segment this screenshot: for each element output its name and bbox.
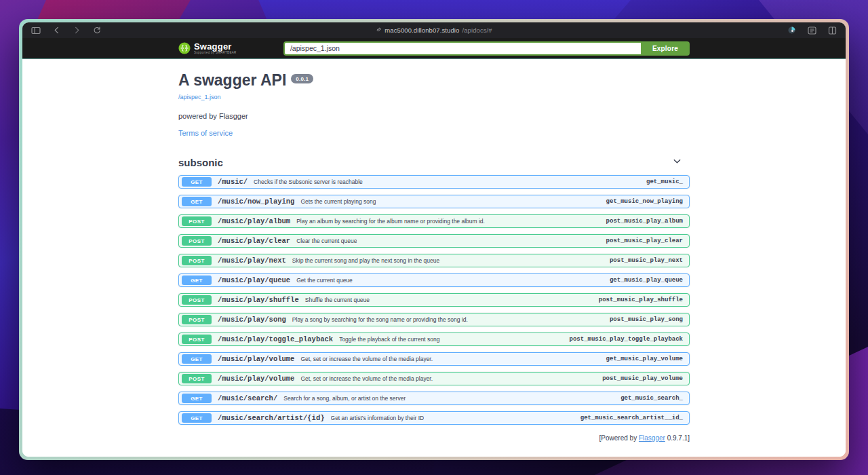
endpoint-path: /music/play/toggle_playback bbox=[218, 335, 333, 343]
endpoint-row[interactable]: POST /music/play/toggle_playback Toggle … bbox=[178, 332, 690, 346]
endpoint-description: Clear the current queue bbox=[296, 238, 357, 244]
method-badge: POST bbox=[182, 335, 212, 344]
url-path: /apidocs/# bbox=[462, 26, 492, 34]
endpoint-row[interactable]: GET /music/now_playing Gets the current … bbox=[178, 195, 690, 208]
spec-url-input[interactable] bbox=[283, 41, 641, 56]
method-badge: GET bbox=[182, 276, 212, 285]
link-icon bbox=[376, 26, 382, 34]
operation-id: post_music_play_clear bbox=[606, 238, 683, 244]
address-bar[interactable]: mac5000.dillonb07.studio/apidocs/# bbox=[376, 22, 492, 38]
tab-overview-button[interactable] bbox=[827, 25, 837, 36]
endpoint-description: Shuffle the current queue bbox=[305, 297, 370, 303]
endpoint-description: Search for a song, album, or artist on t… bbox=[283, 395, 406, 402]
reload-button[interactable] bbox=[92, 25, 102, 36]
explore-button[interactable]: Explore bbox=[641, 41, 690, 56]
operation-id: get_music_now_playing bbox=[606, 198, 683, 205]
endpoint-description: Get the current queue bbox=[296, 277, 353, 284]
endpoint-row[interactable]: POST /music/play/clear Clear the current… bbox=[178, 234, 690, 248]
method-badge: GET bbox=[182, 197, 212, 206]
method-badge: GET bbox=[182, 394, 212, 403]
version-badge: 0.0.1 bbox=[291, 74, 313, 83]
forward-button[interactable] bbox=[71, 25, 82, 36]
method-badge: POST bbox=[182, 256, 212, 265]
forward-icon bbox=[73, 26, 81, 34]
endpoint-path: /music/play/volume bbox=[218, 375, 294, 383]
reader-view-button[interactable] bbox=[806, 25, 817, 36]
desktop-wallpaper: mac5000.dillonb07.studio/apidocs/# bbox=[0, 0, 868, 475]
endpoint-path: /music/play/queue bbox=[218, 276, 290, 284]
operation-id: get_music_play_volume bbox=[606, 356, 683, 362]
endpoint-path: /music/play/song bbox=[218, 316, 286, 324]
sidebar-icon bbox=[31, 26, 41, 35]
swagger-topbar: Swagger Supported by SMARTBEAR Explore bbox=[22, 38, 846, 59]
page-footer: [Powered by Flasgger 0.9.7.1] bbox=[178, 434, 690, 442]
endpoint-row[interactable]: POST /music/play/album Play an album by … bbox=[178, 214, 690, 228]
tab-overview-icon bbox=[828, 26, 837, 35]
swagger-logo: Swagger Supported by SMARTBEAR bbox=[178, 42, 237, 55]
spec-json-link[interactable]: /apispec_1.json bbox=[178, 94, 221, 100]
endpoint-list: GET /music/ Checks if the Subsonic serve… bbox=[178, 175, 690, 425]
endpoint-row[interactable]: POST /music/play/next Skip the current s… bbox=[178, 254, 690, 267]
method-badge: GET bbox=[182, 413, 212, 423]
footer-prefix: [Powered by bbox=[599, 434, 639, 442]
back-icon bbox=[53, 26, 60, 34]
back-button[interactable] bbox=[51, 25, 62, 36]
extension-button[interactable] bbox=[786, 25, 797, 36]
extension-icon bbox=[787, 26, 796, 35]
endpoint-path: /music/play/volume bbox=[218, 355, 294, 363]
browser-window: mac5000.dillonb07.studio/apidocs/# bbox=[19, 19, 849, 460]
page-title: A swagger API bbox=[178, 71, 286, 90]
operation-id: post_music_play_toggle_playback bbox=[570, 336, 683, 343]
endpoint-description: Get an artist's information by their ID bbox=[331, 415, 425, 421]
section-collapse-button[interactable] bbox=[673, 156, 682, 168]
operation-id: get_music_search_artist__id_ bbox=[580, 415, 683, 421]
endpoint-row[interactable]: GET /music/search/artist/{id} Get an art… bbox=[178, 411, 690, 425]
endpoint-description: Checks if the Subsonic server is reachab… bbox=[254, 178, 363, 185]
swagger-logo-subtext: Supported by SMARTBEAR bbox=[194, 52, 237, 55]
endpoint-row[interactable]: POST /music/play/shuffle Shuffle the cur… bbox=[178, 293, 690, 307]
method-badge: POST bbox=[182, 315, 212, 324]
reader-view-icon bbox=[808, 26, 816, 35]
operation-id: post_music_play_next bbox=[610, 257, 683, 264]
api-info-block: A swagger API 0.0.1 /apispec_1.json powe… bbox=[178, 71, 690, 138]
operation-id: get_music_search_ bbox=[620, 395, 683, 402]
endpoint-row[interactable]: POST /music/play/song Play a song by sea… bbox=[178, 313, 690, 326]
tag-section-title: subsonic bbox=[178, 157, 223, 168]
endpoint-description: Gets the current playing song bbox=[300, 198, 376, 205]
endpoint-description: Get, set or increase the volume of the m… bbox=[300, 356, 433, 362]
spec-url-group: Explore bbox=[283, 41, 690, 56]
flasgger-link[interactable]: Flasgger bbox=[639, 434, 665, 442]
method-badge: POST bbox=[182, 374, 212, 383]
url-host: mac5000.dillonb07.studio bbox=[384, 26, 459, 34]
api-title-row: A swagger API 0.0.1 bbox=[178, 71, 690, 90]
endpoint-description: Get, set or increase the volume of the m… bbox=[300, 375, 433, 382]
method-badge: GET bbox=[182, 354, 212, 364]
reload-icon bbox=[93, 26, 101, 35]
footer-suffix: 0.9.7.1] bbox=[665, 434, 690, 442]
endpoint-path: /music/play/clear bbox=[218, 237, 290, 245]
endpoint-row[interactable]: GET /music/play/queue Get the current qu… bbox=[178, 273, 690, 287]
operation-id: get_music_ bbox=[646, 178, 683, 185]
endpoint-row[interactable]: GET /music/ Checks if the Subsonic serve… bbox=[178, 175, 690, 189]
endpoint-description: Toggle the playback of the current song bbox=[339, 336, 439, 343]
powered-by-text: powered by Flasgger bbox=[178, 112, 690, 120]
endpoint-path: /music/play/shuffle bbox=[218, 296, 299, 304]
method-badge: POST bbox=[182, 295, 212, 305]
method-badge: POST bbox=[182, 236, 212, 246]
operation-id: post_music_play_album bbox=[606, 218, 683, 225]
tag-section-header[interactable]: subsonic bbox=[178, 156, 690, 168]
endpoint-path: /music/search/artist/{id} bbox=[218, 414, 325, 422]
endpoint-row[interactable]: GET /music/search/ Search for a song, al… bbox=[178, 392, 690, 405]
operation-id: post_music_play_song bbox=[610, 316, 683, 323]
endpoint-description: Play a song by searching for the song na… bbox=[292, 316, 468, 323]
swagger-logo-text: Swagger bbox=[194, 42, 237, 51]
endpoint-path: /music/play/album bbox=[218, 217, 290, 225]
endpoint-path: /music/search/ bbox=[218, 394, 277, 402]
terms-of-service-link[interactable]: Terms of service bbox=[178, 129, 233, 137]
api-docs-page: A swagger API 0.0.1 /apispec_1.json powe… bbox=[22, 59, 846, 457]
endpoint-row[interactable]: POST /music/play/volume Get, set or incr… bbox=[178, 372, 690, 385]
sidebar-toggle-button[interactable] bbox=[31, 25, 41, 36]
endpoint-path: /music/now_playing bbox=[218, 197, 294, 206]
endpoint-row[interactable]: GET /music/play/volume Get, set or incre… bbox=[178, 352, 690, 366]
endpoint-path: /music/play/next bbox=[218, 256, 286, 265]
